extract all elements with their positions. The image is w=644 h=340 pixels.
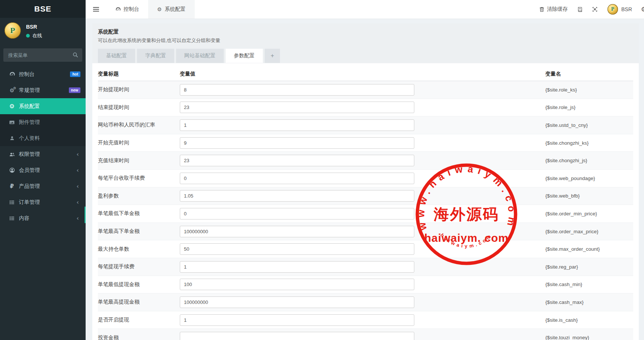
tab-system-config[interactable]: ⚙ 系统配置 — [148, 0, 195, 19]
variable-value-input[interactable] — [180, 226, 414, 237]
config-panel: 系统配置 可以在此增改系统的变量和分组,也可以自定义分组和变量 基础配置 字典配… — [92, 23, 639, 340]
variable-value-input[interactable] — [180, 332, 414, 340]
column-header-name: 变量名 — [545, 71, 633, 77]
users-icon — [8, 152, 16, 157]
variable-value-input[interactable] — [180, 243, 414, 255]
trash-icon — [539, 7, 544, 12]
sidebar-item-profile[interactable]: 个人资料 — [0, 130, 86, 146]
user-menu[interactable]: P BSR — [602, 4, 637, 15]
page-title: 系统配置 — [98, 29, 633, 35]
variable-title: 是否开启提现 — [98, 317, 180, 323]
variable-value-input[interactable] — [180, 296, 414, 308]
language-button[interactable] — [573, 0, 587, 19]
variable-name: {$site.order_min_price} — [545, 211, 633, 216]
variable-title: 投资金额 — [98, 334, 180, 340]
variable-value-input[interactable] — [180, 102, 414, 113]
variable-value-input[interactable] — [180, 173, 414, 184]
chevron-left-icon: ‹ — [77, 183, 80, 189]
tab-label: 控制台 — [124, 6, 139, 13]
sidebar-item-general[interactable]: ⚙⚙ 常规管理 new — [0, 82, 86, 98]
variable-title: 每笔提现手续费 — [98, 263, 180, 270]
tab-dashboard[interactable]: 控制台 — [106, 0, 148, 19]
sidebar-item-label: 权限管理 — [19, 151, 77, 158]
tab-parameter-config[interactable]: 参数配置 — [226, 49, 263, 63]
sidebar-scrollbar-thumb[interactable] — [85, 206, 86, 223]
variable-title: 网站币种和人民币的汇率 — [98, 122, 180, 128]
table-row: 开始充值时间 {$site.chongzhi_ks} — [98, 134, 633, 152]
sidebar-item-members[interactable]: 会员管理 ‹ — [0, 162, 86, 178]
variable-value-input[interactable] — [180, 279, 414, 290]
variable-name: {$site.chongzhi_js} — [545, 158, 633, 163]
variable-value-input[interactable] — [180, 84, 414, 96]
sidebar-item-content[interactable]: 内容 ‹ — [0, 210, 86, 226]
sidebar-toggle-button[interactable] — [86, 0, 106, 19]
table-row: 单笔最高下单金额 {$site.order_max_price} — [98, 223, 633, 241]
search-input[interactable] — [3, 48, 82, 62]
gears-icon: ⚙⚙ — [641, 6, 644, 13]
variable-name: {$site.ustd_to_cny} — [545, 122, 633, 128]
chevron-left-icon: ‹ — [77, 151, 80, 157]
clear-cache-button[interactable]: 清除缓存 — [535, 0, 573, 19]
dashboard-icon — [115, 7, 121, 12]
tab-dictionary-config[interactable]: 字典配置 — [137, 49, 174, 63]
image-icon — [8, 120, 16, 125]
sidebar-item-label: 常规管理 — [19, 87, 69, 94]
fullscreen-button[interactable] — [587, 0, 602, 19]
variable-name: {$site.order_max_price} — [545, 229, 633, 234]
panel-heading: 系统配置 可以在此增改系统的变量和分组,也可以自定义分组和变量 基础配置 字典配… — [92, 23, 639, 63]
table-row: 每笔平台收取手续费 {$site.web_poundage} — [98, 170, 633, 187]
table-row: 开始提现时间 {$site.role_ks} — [98, 81, 633, 99]
variable-value-input[interactable] — [180, 155, 414, 166]
table-row: 单笔最高提现金额 {$site.cash_max} — [98, 294, 633, 311]
sidebar-item-products[interactable]: ₽ 产品管理 ‹ — [0, 178, 86, 194]
user-circle-icon — [8, 167, 16, 173]
variable-value-cell — [180, 279, 545, 290]
navbar-username: BSR — [621, 6, 632, 12]
brand-logo: BSE — [0, 0, 86, 18]
add-tab-button[interactable]: + — [265, 49, 280, 63]
variable-value-cell — [180, 190, 545, 202]
variable-title: 开始充值时间 — [98, 139, 180, 146]
table-row: 结束提现时间 {$site.role_js} — [98, 99, 633, 117]
variable-value-input[interactable] — [180, 261, 414, 273]
variable-value-input[interactable] — [180, 137, 414, 149]
variable-value-input[interactable] — [180, 314, 414, 326]
table-header: 变量标题 变量值 变量名 — [98, 67, 633, 81]
column-header-title: 变量标题 — [98, 71, 180, 77]
table-row: 每笔提现手续费 {$site.reg_par} — [98, 258, 633, 276]
sidebar-item-label: 系统配置 — [19, 103, 80, 110]
dashboard-icon — [8, 71, 16, 77]
variable-name: {$site.chongzhi_ks} — [545, 140, 633, 146]
sidebar-item-label: 个人资料 — [19, 135, 80, 142]
sidebar-item-attachments[interactable]: 附件管理 — [0, 114, 86, 130]
sidebar-item-dashboard[interactable]: 控制台 hot — [0, 66, 86, 82]
sidebar-item-orders[interactable]: 订单管理 ‹ — [0, 194, 86, 210]
hot-badge: hot — [70, 71, 80, 77]
variable-value-cell — [180, 173, 545, 184]
table-row: 是否开启提现 {$site.is_cash} — [98, 311, 633, 329]
chevron-left-icon: ‹ — [77, 167, 80, 173]
variable-value-cell — [180, 332, 545, 340]
sidebar-item-permissions[interactable]: 权限管理 ‹ — [0, 146, 86, 162]
gear-icon: ⚙ — [8, 103, 16, 109]
variable-value-input[interactable] — [180, 208, 414, 219]
sidebar-item-system-config[interactable]: ⚙ 系统配置 — [0, 98, 86, 114]
tab-basic-config[interactable]: 基础配置 — [98, 49, 135, 63]
tab-website-basic-config[interactable]: 网站基础配置 — [176, 49, 224, 63]
variable-value-input[interactable] — [180, 119, 414, 131]
table-row: 投资金额 {$site.touzi_money} — [98, 329, 633, 340]
tab-label: 系统配置 — [165, 6, 186, 13]
variable-title: 最大持仓单数 — [98, 246, 180, 253]
table-row: 盈利参数 {$site.web_bfb} — [98, 187, 633, 205]
settings-gears-button[interactable]: ⚙⚙ — [637, 6, 644, 13]
variable-value-cell — [180, 155, 545, 166]
variable-title: 开始提现时间 — [98, 86, 180, 93]
user-name: BSR — [26, 22, 81, 30]
variable-name: {$site.web_poundage} — [545, 176, 633, 181]
variable-name: {$site.web_bfb} — [545, 193, 633, 199]
variable-value-input[interactable] — [180, 190, 414, 202]
ruble-icon: ₽ — [8, 183, 16, 189]
variable-value-cell — [180, 84, 545, 96]
sidebar-item-label: 附件管理 — [19, 119, 80, 126]
variable-name: {$site.reg_par} — [545, 264, 633, 270]
